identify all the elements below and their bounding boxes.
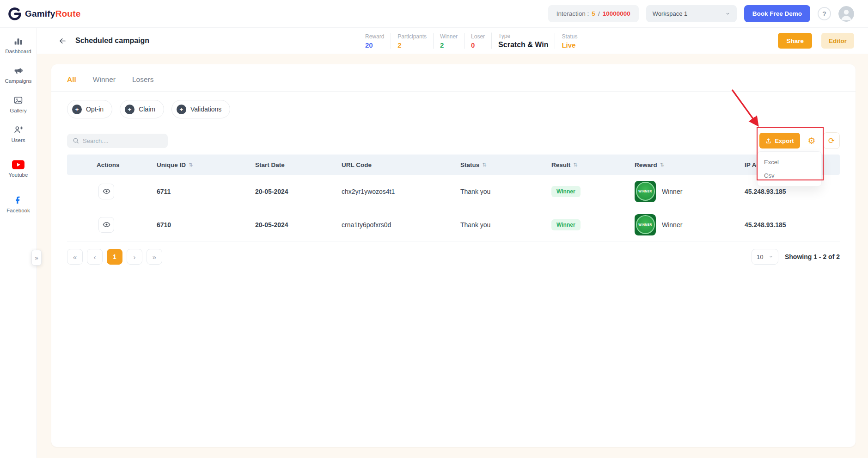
sidebar-collapse-toggle[interactable]: »: [31, 250, 42, 266]
header-actions: Share Editor: [778, 33, 854, 49]
table-row: 6710 20-05-2024 crna1ty6pofxrs0d Thank y…: [67, 208, 840, 241]
stat-status: Status Live: [555, 33, 584, 49]
interaction-counter: Interaction : 5 / 10000000: [548, 5, 639, 22]
cell-unique-id: 6710: [157, 221, 255, 229]
pagination: « ‹ 1 › » 10 Showing 1 - 2 of 2: [67, 249, 840, 265]
sidebar-item-gallery[interactable]: Gallery: [10, 95, 26, 113]
avatar[interactable]: [838, 6, 854, 22]
stat-reward: Reward 20: [365, 33, 391, 49]
prev-page-button[interactable]: ‹: [87, 249, 103, 265]
topbar-right: Interaction : 5 / 10000000 Workspace 1 B…: [548, 5, 854, 22]
cell-ip-address: 45.248.93.185: [745, 221, 840, 229]
chip-label: Validations: [190, 105, 221, 113]
sidebar-item-campaigns[interactable]: Campaigns: [5, 66, 31, 84]
sidebar-item-label: Users: [11, 137, 25, 143]
result-badge: Winner: [551, 186, 581, 197]
tab-losers[interactable]: Losers: [132, 75, 154, 84]
upload-icon: [765, 138, 771, 144]
sidebar-item-facebook[interactable]: Facebook: [6, 195, 30, 213]
results-table: Actions Unique ID⇅ Start Date URL Code S…: [67, 155, 840, 241]
search-icon: [73, 137, 79, 144]
divider: [51, 91, 856, 92]
table-toolbar: Export ⚙ ⟳ Excel Csv: [67, 132, 840, 149]
topbar: GamifyRoute Interaction : 5 / 10000000 W…: [0, 0, 868, 28]
column-start-date: Start Date: [255, 161, 342, 168]
filter-chip-validations[interactable]: + Validations: [171, 100, 230, 118]
export-option-csv[interactable]: Csv: [758, 169, 821, 182]
view-eye-icon[interactable]: [98, 184, 114, 199]
workspace-label: Workspace 1: [653, 10, 688, 17]
toolbar-right: Export ⚙ ⟳: [759, 132, 840, 149]
sidebar-item-label: Facebook: [6, 208, 30, 213]
sidebar-item-label: Dashboard: [5, 49, 31, 54]
last-page-button[interactable]: »: [147, 249, 162, 265]
chip-label: Claim: [139, 105, 155, 113]
page-title: Scheduled campaign: [75, 37, 149, 45]
youtube-icon: [12, 160, 24, 169]
interaction-total: 10000000: [603, 10, 630, 17]
campaign-header: Scheduled campaign Reward 20 Participant…: [37, 28, 868, 54]
share-button[interactable]: Share: [778, 33, 812, 49]
help-icon[interactable]: ?: [818, 7, 831, 20]
filter-chip-opt-in[interactable]: + Opt-in: [67, 100, 112, 118]
cell-ip-address: 45.248.93.185: [745, 188, 840, 195]
logo-icon: [8, 7, 21, 20]
page-number-button[interactable]: 1: [107, 249, 122, 265]
next-page-button[interactable]: ›: [127, 249, 142, 265]
column-actions: Actions: [97, 161, 157, 168]
sidebar-item-dashboard[interactable]: Dashboard: [5, 36, 31, 54]
page-size-select[interactable]: 10: [752, 249, 778, 265]
sidebar-item-label: Youtube: [9, 172, 28, 178]
book-free-demo-button[interactable]: Book Free Demo: [744, 5, 810, 22]
plus-icon: +: [177, 105, 186, 114]
plus-icon: +: [125, 105, 134, 114]
sort-icon[interactable]: ⇅: [189, 162, 193, 168]
tab-all[interactable]: All: [67, 75, 76, 84]
sort-icon[interactable]: ⇅: [482, 162, 486, 168]
interaction-current: 5: [592, 10, 595, 17]
sidebar: Dashboard Campaigns Gallery Users Youtub…: [0, 28, 37, 458]
sidebar-item-users[interactable]: Users: [11, 125, 25, 143]
column-reward[interactable]: Reward⇅: [635, 161, 745, 168]
filter-chip-claim[interactable]: + Claim: [120, 100, 164, 118]
cell-start-date: 20-05-2024: [255, 188, 342, 195]
stat-type: Type Scratch & Win: [491, 33, 555, 49]
campaign-stats: Reward 20 Participants 2 Winner 2 Loser …: [365, 33, 584, 49]
cell-reward: WINNER Winner: [635, 181, 745, 202]
result-badge: Winner: [551, 219, 581, 230]
cell-url-code: chx2yr1ywozos4t1: [342, 188, 460, 195]
tab-winner[interactable]: Winner: [93, 75, 116, 84]
facebook-icon: [13, 195, 23, 205]
filter-chips: + Opt-in + Claim + Validations: [67, 100, 840, 118]
column-unique-id[interactable]: Unique ID⇅: [157, 161, 255, 168]
user-plus-icon: [13, 125, 23, 135]
stat-participants: Participants 2: [391, 33, 433, 49]
sort-icon[interactable]: ⇅: [660, 162, 664, 168]
export-option-excel[interactable]: Excel: [758, 155, 821, 169]
cell-status: Thank you: [460, 188, 551, 195]
reward-label: Winner: [662, 221, 682, 229]
sidebar-item-youtube[interactable]: Youtube: [9, 160, 28, 178]
column-result[interactable]: Result⇅: [551, 161, 635, 168]
plus-icon: +: [72, 105, 82, 114]
view-eye-icon[interactable]: [98, 217, 114, 233]
refresh-icon[interactable]: ⟳: [823, 132, 840, 149]
interaction-separator: /: [598, 10, 600, 17]
settings-gear-icon[interactable]: ⚙: [806, 136, 818, 146]
editor-button[interactable]: Editor: [821, 33, 854, 49]
results-card: All Winner Losers + Opt-in + Claim + Val…: [51, 64, 856, 447]
column-status[interactable]: Status⇅: [460, 161, 551, 168]
export-button[interactable]: Export: [759, 133, 800, 149]
dashboard-icon: [13, 36, 23, 46]
sort-icon[interactable]: ⇅: [573, 162, 577, 168]
back-arrow-icon[interactable]: [58, 37, 67, 45]
sidebar-item-label: Gallery: [10, 108, 26, 113]
search-box[interactable]: [67, 134, 168, 148]
search-input[interactable]: [83, 137, 162, 144]
workspace-select[interactable]: Workspace 1: [646, 5, 737, 22]
table-row: 6711 20-05-2024 chx2yr1ywozos4t1 Thank y…: [67, 175, 840, 208]
pagination-right: 10 Showing 1 - 2 of 2: [752, 249, 840, 265]
cell-unique-id: 6711: [157, 188, 255, 195]
first-page-button[interactable]: «: [67, 249, 83, 265]
logo[interactable]: GamifyRoute: [8, 7, 80, 20]
